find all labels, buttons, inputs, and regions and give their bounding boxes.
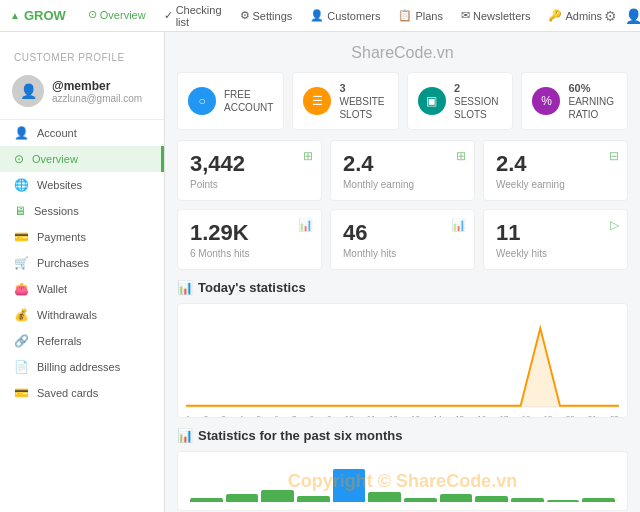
metric-monthly-earning-icon: ⊞ xyxy=(456,149,466,163)
metric-monthly-hits-label: Monthly hits xyxy=(343,248,462,259)
sidebar-label-overview: Overview xyxy=(32,153,78,165)
profile-section: 👤 @member azzluna@gmail.com xyxy=(0,67,164,120)
card-free-account: ○ FREE ACCOUNT xyxy=(177,72,284,130)
top-cards: ○ FREE ACCOUNT ☰ 3 WEBSITE SLOTS ▣ 2 SES… xyxy=(177,72,628,130)
metric-monthly-hits-icon: 📊 xyxy=(451,218,466,232)
sidebar-item-account[interactable]: 👤 Account xyxy=(0,120,164,146)
bar-7 xyxy=(404,498,437,502)
sidebar-item-wallet[interactable]: 👛 Wallet xyxy=(0,276,164,302)
metric-weekly-earning-value: 2.4 xyxy=(496,151,615,177)
sidebar-label-wallet: Wallet xyxy=(37,283,67,295)
sidebar: Customer profile 👤 @member azzluna@gmail… xyxy=(0,32,165,512)
sidebar-item-websites[interactable]: 🌐 Websites xyxy=(0,172,164,198)
bar-4 xyxy=(297,496,330,502)
metric-points: ⊞ 3,442 Points xyxy=(177,140,322,201)
website-slots-icon: ☰ xyxy=(303,87,331,115)
bar-2 xyxy=(226,494,259,502)
overview-icon: ⊙ xyxy=(14,152,24,166)
bar-12 xyxy=(582,498,615,502)
referrals-icon: 🔗 xyxy=(14,334,29,348)
nav-settings[interactable]: ⚙ Settings xyxy=(238,0,295,34)
metric-6month-value: 1.29K xyxy=(190,220,309,246)
metric-monthly-earning-label: Monthly earning xyxy=(343,179,462,190)
sidebar-label-purchases: Purchases xyxy=(37,257,89,269)
nav-admins[interactable]: 🔑 Admins xyxy=(546,0,604,34)
session-slots-label: 2 SESSION SLOTS xyxy=(454,81,503,121)
bar-6 xyxy=(368,492,401,503)
free-account-label: FREE ACCOUNT xyxy=(224,88,273,114)
six-months-title: Statistics for the past six months xyxy=(198,428,402,443)
settings-icon[interactable]: ⚙ xyxy=(604,8,617,24)
metric-points-label: Points xyxy=(190,179,309,190)
nav-right: ⚙ 👤 🔍 ☰ xyxy=(604,5,640,26)
user-icon[interactable]: 👤 xyxy=(625,8,640,24)
sidebar-item-billing[interactable]: 📄 Billing addresses xyxy=(0,354,164,380)
top-navigation: ▲ GROW ⊙ Overview ✓ Checking list ⚙ Sett… xyxy=(0,0,640,32)
sidebar-item-sessions[interactable]: 🖥 Sessions xyxy=(0,198,164,224)
bar-10 xyxy=(511,498,544,502)
bar-8 xyxy=(440,494,473,502)
bar-9 xyxy=(475,496,508,502)
payments-icon: 💳 xyxy=(14,230,29,244)
today-stats-header: 📊 Today's statistics xyxy=(177,280,628,295)
metric-6month-label: 6 Months hits xyxy=(190,248,309,259)
metric-points-value: 3,442 xyxy=(190,151,309,177)
sidebar-label-withdrawals: Withdrawals xyxy=(37,309,97,321)
x-axis-labels: 12345678910111213141516171819202122 xyxy=(186,412,619,418)
profile-info: @member azzluna@gmail.com xyxy=(52,79,142,104)
layout: Customer profile 👤 @member azzluna@gmail… xyxy=(0,32,640,512)
sidebar-item-payments[interactable]: 💳 Payments xyxy=(0,224,164,250)
card-earning-ratio: % 60% EARNING RATIO xyxy=(521,72,628,130)
sidebar-item-purchases[interactable]: 🛒 Purchases xyxy=(0,250,164,276)
earning-ratio-icon: % xyxy=(532,87,560,115)
wallet-icon: 👛 xyxy=(14,282,29,296)
logo-icon: ▲ xyxy=(10,10,20,21)
bar-11 xyxy=(547,500,580,502)
metric-weekly-earning: ⊟ 2.4 Weekly earning xyxy=(483,140,628,201)
sidebar-label-saved-cards: Saved cards xyxy=(37,387,98,399)
nav-customers[interactable]: 👤 Customers xyxy=(308,0,382,34)
metric-weekly-hits-value: 11 xyxy=(496,220,615,246)
metric-6month-icon: 📊 xyxy=(298,218,313,232)
sidebar-item-overview[interactable]: ⊙ Overview xyxy=(0,146,164,172)
card-session-slots: ▣ 2 SESSION SLOTS xyxy=(407,72,514,130)
sidebar-item-withdrawals[interactable]: 💰 Withdrawals xyxy=(0,302,164,328)
metric-6month-hits: 📊 1.29K 6 Months hits xyxy=(177,209,322,270)
page-title: ShareCode.vn xyxy=(177,44,628,62)
nav-checking[interactable]: ✓ Checking list xyxy=(162,0,224,34)
sidebar-label-sessions: Sessions xyxy=(34,205,79,217)
purchases-icon: 🛒 xyxy=(14,256,29,270)
sidebar-label-account: Account xyxy=(37,127,77,139)
metric-weekly-hits: ▷ 11 Weekly hits xyxy=(483,209,628,270)
nav-overview[interactable]: ⊙ Overview xyxy=(86,0,148,34)
metric-monthly-hits-value: 46 xyxy=(343,220,462,246)
logo-text: GROW xyxy=(24,8,66,23)
profile-name: @member xyxy=(52,79,142,93)
sidebar-label-websites: Websites xyxy=(37,179,82,191)
nav-newsletters[interactable]: ✉ Newsletters xyxy=(459,0,532,34)
earning-ratio-label: 60% EARNING RATIO xyxy=(568,81,617,121)
logo: ▲ GROW xyxy=(10,8,66,23)
sidebar-label-payments: Payments xyxy=(37,231,86,243)
metric-weekly-hits-label: Weekly hits xyxy=(496,248,615,259)
bar-chart xyxy=(186,460,619,502)
websites-icon: 🌐 xyxy=(14,178,29,192)
card-website-slots: ☰ 3 WEBSITE SLOTS xyxy=(292,72,399,130)
billing-icon: 📄 xyxy=(14,360,29,374)
metric-weekly-earning-icon: ⊟ xyxy=(609,149,619,163)
metric-monthly-hits: 📊 46 Monthly hits xyxy=(330,209,475,270)
six-months-header: 📊 Statistics for the past six months xyxy=(177,428,628,443)
sidebar-item-saved-cards[interactable]: 💳 Saved cards xyxy=(0,380,164,406)
metrics-grid: ⊞ 3,442 Points ⊞ 2.4 Monthly earning ⊟ 2… xyxy=(177,140,628,270)
today-stats-chart: 12345678910111213141516171819202122 xyxy=(177,303,628,418)
svg-marker-1 xyxy=(186,328,619,407)
saved-cards-icon: 💳 xyxy=(14,386,29,400)
nav-plans[interactable]: 📋 Plans xyxy=(396,0,445,34)
sidebar-label-referrals: Referrals xyxy=(37,335,82,347)
main-content: ShareCode.vn ○ FREE ACCOUNT ☰ 3 WEBSITE … xyxy=(165,32,640,512)
today-chart-svg xyxy=(186,312,619,409)
bar-3 xyxy=(261,490,294,503)
sidebar-item-referrals[interactable]: 🔗 Referrals xyxy=(0,328,164,354)
nav-links: ⊙ Overview ✓ Checking list ⚙ Settings 👤 … xyxy=(86,0,604,34)
free-account-icon: ○ xyxy=(188,87,216,115)
